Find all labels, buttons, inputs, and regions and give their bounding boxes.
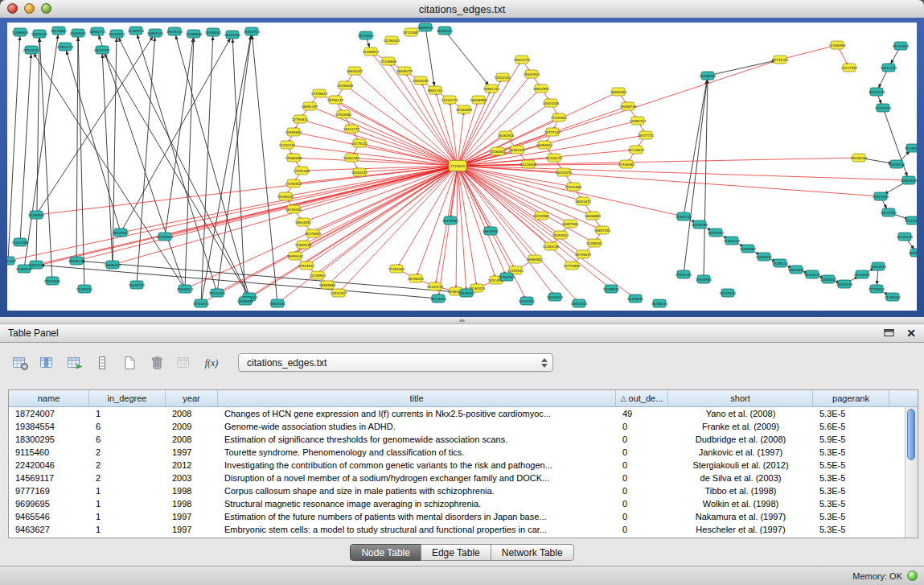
vertical-scrollbar[interactable] xyxy=(905,407,918,538)
window-minimize-button[interactable] xyxy=(24,3,35,14)
graph-node[interactable]: 17035501 xyxy=(551,113,568,122)
graph-node[interactable]: 16016270 xyxy=(556,168,573,176)
graph-node[interactable]: 16739185 xyxy=(692,220,708,229)
tab-edge-table[interactable]: Edge Table xyxy=(421,544,491,561)
window-titlebar[interactable]: citations_edges.txt xyxy=(0,0,924,19)
graph-node[interactable]: 16248113 xyxy=(651,299,668,307)
graph-node[interactable]: 12030541 xyxy=(237,297,254,305)
close-panel-icon[interactable]: ✕ xyxy=(906,328,916,339)
table-row[interactable]: 2242004622012Investigating the contribut… xyxy=(9,459,906,472)
graph-node[interactable]: 16934541 xyxy=(483,227,499,235)
graph-node[interactable]: 18565888 xyxy=(319,281,336,289)
graph-node[interactable]: 20531041 xyxy=(23,46,40,54)
graph-node[interactable]: 12217397 xyxy=(841,64,858,72)
graph-node[interactable]: 16150441 xyxy=(285,205,302,213)
graph-node[interactable]: 18463103 xyxy=(676,212,692,220)
graph-node[interactable]: 16844267 xyxy=(347,67,363,75)
graph-node[interactable]: 19247041 xyxy=(708,229,725,237)
graph-node[interactable]: 11439943 xyxy=(310,271,326,279)
graph-node[interactable]: 16646883 xyxy=(585,212,602,220)
graph-node[interactable]: 12046008 xyxy=(337,81,354,89)
graph-node[interactable]: 12754811 xyxy=(292,115,309,123)
graph-node[interactable]: 16481451 xyxy=(343,154,360,162)
graph-node[interactable]: 12498808 xyxy=(186,30,203,38)
graph-node[interactable]: 13262611 xyxy=(490,147,507,155)
graph-node[interactable]: 15905135 xyxy=(68,257,85,265)
graph-node[interactable]: 16964801 xyxy=(527,255,544,263)
graph-node[interactable]: 18302011 xyxy=(351,168,368,176)
graph-node[interactable]: 16261518 xyxy=(498,131,515,139)
graph-node[interactable]: 16503141 xyxy=(269,299,286,307)
edit-table-button[interactable] xyxy=(64,352,85,373)
graph-node[interactable]: 10248113 xyxy=(772,259,789,267)
graph-node[interactable]: 11264713 xyxy=(128,27,145,35)
graph-node[interactable]: 16892041 xyxy=(909,249,917,257)
graph-node[interactable]: 17478814 xyxy=(311,89,328,97)
graph-node[interactable]: 11021066 xyxy=(12,238,29,246)
graph-node[interactable]: 11923513 xyxy=(870,262,887,270)
graph-node[interactable]: 16224135 xyxy=(869,88,885,96)
graph-node[interactable]: 10810535 xyxy=(901,176,917,184)
graph-node[interactable]: 17544541 xyxy=(298,262,315,270)
graph-node[interactable]: 18577731 xyxy=(638,131,655,139)
graph-node[interactable]: 16812551 xyxy=(533,84,550,93)
graph-node[interactable]: 14275122 xyxy=(351,139,368,147)
graph-node[interactable]: 15129341 xyxy=(113,229,129,237)
graph-node[interactable]: 18940713 xyxy=(89,27,106,35)
network-canvas[interactable]: 1724023174788141885219712754811195656831… xyxy=(7,23,917,311)
column-header-short[interactable]: short xyxy=(668,390,813,406)
graph-node[interactable]: 18203141 xyxy=(129,281,146,289)
graph-node[interactable]: 18644551 xyxy=(295,218,312,226)
graph-node[interactable]: 15723041 xyxy=(358,31,375,39)
graph-node[interactable]: 10448041 xyxy=(205,28,222,36)
graph-node[interactable]: 19448794 xyxy=(700,72,717,80)
graph-node[interactable]: 12721031 xyxy=(193,299,210,307)
graph-node[interactable]: 11032342 xyxy=(279,141,296,149)
tab-node-table[interactable]: Node Table xyxy=(350,544,421,561)
graph-node[interactable]: 16124413 xyxy=(430,295,447,303)
table-row[interactable]: 946554611997Estimation of the future num… xyxy=(9,510,906,523)
graph-node[interactable]: 18242035 xyxy=(836,280,853,288)
table-row[interactable]: 946362711997Embryonic stem cells: a mode… xyxy=(9,523,906,536)
graph-node[interactable]: 17226806 xyxy=(380,57,397,65)
graph-node[interactable]: 14410713 xyxy=(244,27,261,35)
graph-node[interactable]: 17534103 xyxy=(676,270,692,278)
graph-node[interactable]: 16854103 xyxy=(147,29,164,37)
table-row[interactable]: 977716911998Corpus callosum shape and si… xyxy=(9,484,906,497)
graph-node[interactable]: 14535410 xyxy=(889,160,906,168)
graph-node[interactable]: 18304102 xyxy=(224,31,241,39)
graph-node[interactable]: 19777147 xyxy=(544,128,561,136)
graph-node[interactable]: 19346233 xyxy=(277,192,294,200)
graph-node[interactable]: 17091468 xyxy=(294,167,310,175)
table-row[interactable]: 911546021997Tourette syndrome. Phenomeno… xyxy=(9,446,906,459)
graph-node[interactable]: 15260504 xyxy=(28,211,45,219)
graph-node[interactable]: 19812174 xyxy=(514,56,531,64)
graph-node[interactable]: 19345451 xyxy=(442,216,459,225)
graph-node[interactable]: 11058431 xyxy=(586,239,603,247)
graph-node[interactable]: 16959442 xyxy=(287,252,304,260)
graph-node[interactable]: 19565683 xyxy=(285,128,302,136)
table-row[interactable]: 969969511998Structural magnetic resonanc… xyxy=(9,497,906,510)
graph-node[interactable]: 14531517 xyxy=(331,289,347,297)
graph-node[interactable]: 15203541 xyxy=(44,277,61,285)
panel-resize-handle[interactable] xyxy=(0,317,924,323)
row-height-button[interactable] xyxy=(92,352,113,373)
graph-hub-node[interactable]: 1724023 xyxy=(449,161,466,171)
graph-node[interactable]: 20630413 xyxy=(177,285,194,293)
graph-node[interactable]: 19624041 xyxy=(788,266,805,274)
graph-node[interactable]: 18535041 xyxy=(756,253,773,261)
graph-node[interactable]: 17735413 xyxy=(869,285,885,293)
graph-node[interactable]: 18034103 xyxy=(547,293,564,301)
graph-node[interactable]: 17254402 xyxy=(388,265,405,273)
new-column-button[interactable] xyxy=(119,352,140,373)
graph-node[interactable]: 18957904 xyxy=(562,220,579,228)
column-header-title[interactable]: title xyxy=(218,390,616,406)
graph-node[interactable]: 14018314 xyxy=(109,30,125,38)
graph-node[interactable]: 16846103 xyxy=(105,261,121,269)
graph-node[interactable]: 12450412 xyxy=(820,275,837,283)
graph-node[interactable]: 16119841 xyxy=(51,27,68,35)
graph-node[interactable]: 11231041 xyxy=(7,257,17,265)
table-row[interactable]: 1830029562008Estimation of significance … xyxy=(9,433,906,446)
graph-node[interactable]: 12466505 xyxy=(12,28,29,36)
table-row[interactable]: 1872400712008Changes of HCN gene express… xyxy=(9,407,906,420)
